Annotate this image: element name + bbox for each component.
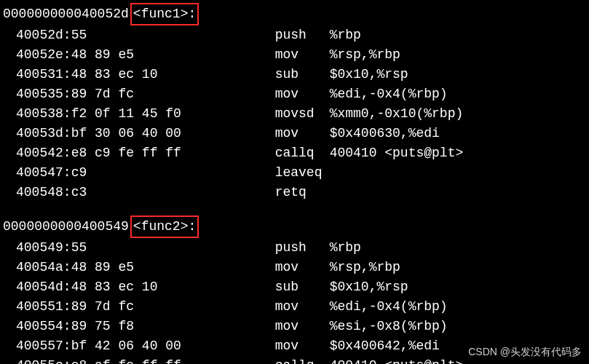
operands: $0x10,%rsp [330, 277, 408, 297]
mnemonic: mov [275, 297, 330, 317]
func1-header: 000000000040052d <func1>: [3, 3, 589, 25]
disasm-row: 40053d:bf 30 06 40 00mov$0x400630,%edi [3, 124, 589, 143]
addr: 40052e: [3, 45, 71, 65]
mnemonic: sub [275, 65, 330, 84]
addr: 400531: [3, 65, 71, 84]
disasm-row: 400551:89 7d fcmov%edi,-0x4(%rbp) [3, 297, 589, 317]
mnemonic: mov [275, 84, 330, 104]
func1-label: <func1>: [133, 7, 196, 21]
disasm-row: 40052e:48 89 e5mov%rsp,%rbp [3, 45, 589, 65]
mnemonic: mov [275, 317, 330, 336]
addr: 400547: [3, 163, 71, 183]
operands: 400410 <puts@plt> [330, 143, 464, 163]
mnemonic: mov [275, 45, 330, 65]
bytes: bf 30 06 40 00 [71, 124, 275, 143]
disasm-row: 40054d:48 83 ec 10sub$0x10,%rsp [3, 277, 589, 297]
bytes: bf 42 06 40 00 [71, 336, 275, 356]
addr: 400535: [3, 84, 71, 104]
mnemonic: mov [275, 336, 330, 356]
operands: %rsp,%rbp [330, 258, 400, 277]
addr: 40054d: [3, 277, 71, 297]
mnemonic: leaveq [275, 163, 330, 183]
func1-label-highlight: <func1>: [130, 3, 199, 25]
disasm-row: 400535:89 7d fcmov%edi,-0x4(%rbp) [3, 84, 589, 104]
bytes: c3 [71, 183, 275, 202]
disasm-row: 40054a:48 89 e5mov%rsp,%rbp [3, 258, 589, 277]
addr: 40055c: [3, 356, 71, 364]
bytes: 89 7d fc [71, 297, 275, 317]
func2-address: 0000000000400549 [3, 217, 129, 237]
addr: 40053d: [3, 124, 71, 143]
mnemonic: retq [275, 183, 330, 202]
mnemonic: mov [275, 258, 330, 277]
addr: 40052d: [3, 25, 71, 45]
operands: $0x400630,%edi [330, 124, 440, 143]
addr: 400549: [3, 238, 71, 258]
disasm-row: 400554:89 75 f8mov%esi,-0x8(%rbp) [3, 317, 589, 336]
bytes: c9 [71, 163, 275, 183]
func1-address: 000000000040052d [3, 4, 129, 24]
operands: %rbp [330, 25, 361, 45]
operands: 400410 <puts@plt> [330, 356, 464, 364]
func2-header: 0000000000400549 <func2>: [3, 215, 589, 238]
operands: %rsp,%rbp [330, 45, 400, 65]
disasm-row: 400547:c9leaveq [3, 163, 589, 183]
bytes: 48 89 e5 [71, 45, 275, 65]
mnemonic: sub [275, 277, 330, 297]
bytes: f2 0f 11 45 f0 [71, 104, 275, 124]
operands: %esi,-0x8(%rbp) [330, 317, 448, 336]
operands: %rbp [330, 238, 361, 258]
disasm-row: 400549:55push%rbp [3, 238, 589, 258]
func2-label: <func2>: [133, 219, 196, 234]
disasm-row: 40052d:55push%rbp [3, 25, 589, 45]
disasm-row: 400531:48 83 ec 10sub$0x10,%rsp [3, 65, 589, 84]
bytes: 48 89 e5 [71, 258, 275, 277]
operands: %edi,-0x4(%rbp) [330, 84, 448, 104]
bytes: e8 c9 fe ff ff [71, 143, 275, 163]
bytes: 89 75 f8 [71, 317, 275, 336]
operands: %xmm0,-0x10(%rbp) [330, 104, 464, 124]
bytes: 48 83 ec 10 [71, 65, 275, 84]
addr: 400554: [3, 317, 71, 336]
bytes: 48 83 ec 10 [71, 277, 275, 297]
addr: 40054a: [3, 258, 71, 277]
bytes: e8 af fe ff ff [71, 356, 275, 364]
addr: 400557: [3, 336, 71, 356]
bytes: 55 [71, 25, 275, 45]
mnemonic: mov [275, 124, 330, 143]
addr: 400551: [3, 297, 71, 317]
func2-label-highlight: <func2>: [130, 215, 199, 238]
disassembly-output: 000000000040052d <func1>: 40052d:55push%… [3, 3, 589, 364]
addr: 400542: [3, 143, 71, 163]
operands: $0x10,%rsp [330, 65, 408, 84]
blank-line [3, 202, 589, 215]
disasm-row: 400542:e8 c9 fe ff ffcallq400410 <puts@p… [3, 143, 589, 163]
addr: 400548: [3, 183, 71, 202]
operands: %edi,-0x4(%rbp) [330, 297, 448, 317]
bytes: 55 [71, 238, 275, 258]
operands: $0x400642,%edi [330, 336, 440, 356]
disasm-row: 400538:f2 0f 11 45 f0movsd%xmm0,-0x10(%r… [3, 104, 589, 124]
addr: 400538: [3, 104, 71, 124]
mnemonic: push [275, 238, 330, 258]
mnemonic: callq [275, 356, 330, 364]
mnemonic: callq [275, 143, 330, 163]
disasm-row: 400548:c3retq [3, 183, 589, 202]
mnemonic: push [275, 25, 330, 45]
bytes: 89 7d fc [71, 84, 275, 104]
mnemonic: movsd [275, 104, 330, 124]
csdn-watermark: CSDN @头发没有代码多 [468, 344, 582, 360]
